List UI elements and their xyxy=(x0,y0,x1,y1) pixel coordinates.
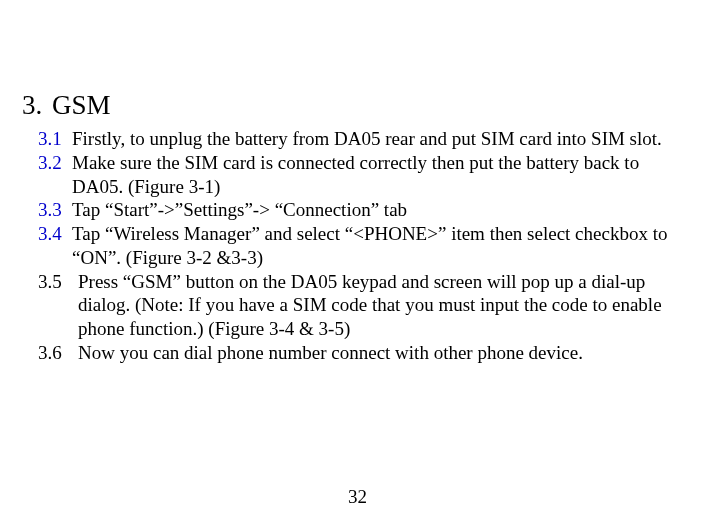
heading-number: 3. xyxy=(22,90,52,121)
item-number: 3.6 xyxy=(38,341,78,365)
page-number: 32 xyxy=(0,486,715,508)
list-item: 3.2 Make sure the SIM card is connected … xyxy=(38,151,695,199)
item-number: 3.4 xyxy=(38,222,72,270)
item-number: 3.3 xyxy=(38,198,72,222)
item-text: Tap “Start”->”Settings”-> “Connection” t… xyxy=(72,198,695,222)
list-item: 3.6 Now you can dial phone number connec… xyxy=(38,341,695,365)
item-text: Firstly, to unplug the battery from DA05… xyxy=(72,127,695,151)
item-number: 3.1 xyxy=(38,127,72,151)
item-text: Press “GSM” button on the DA05 keypad an… xyxy=(78,270,695,341)
section-heading: 3.GSM xyxy=(22,90,695,121)
heading-title: GSM xyxy=(52,90,111,120)
item-number: 3.5 xyxy=(38,270,78,341)
list-item: 3.5 Press “GSM” button on the DA05 keypa… xyxy=(38,270,695,341)
list-item: 3.4 Tap “Wireless Manager” and select “<… xyxy=(38,222,695,270)
numbered-list: 3.1 Firstly, to unplug the battery from … xyxy=(38,127,695,365)
item-text: Make sure the SIM card is connected corr… xyxy=(72,151,695,199)
item-number: 3.2 xyxy=(38,151,72,199)
item-text: Now you can dial phone number connect wi… xyxy=(78,341,695,365)
list-item: 3.1 Firstly, to unplug the battery from … xyxy=(38,127,695,151)
list-item: 3.3 Tap “Start”->”Settings”-> “Connectio… xyxy=(38,198,695,222)
item-text: Tap “Wireless Manager” and select “<PHON… xyxy=(72,222,695,270)
